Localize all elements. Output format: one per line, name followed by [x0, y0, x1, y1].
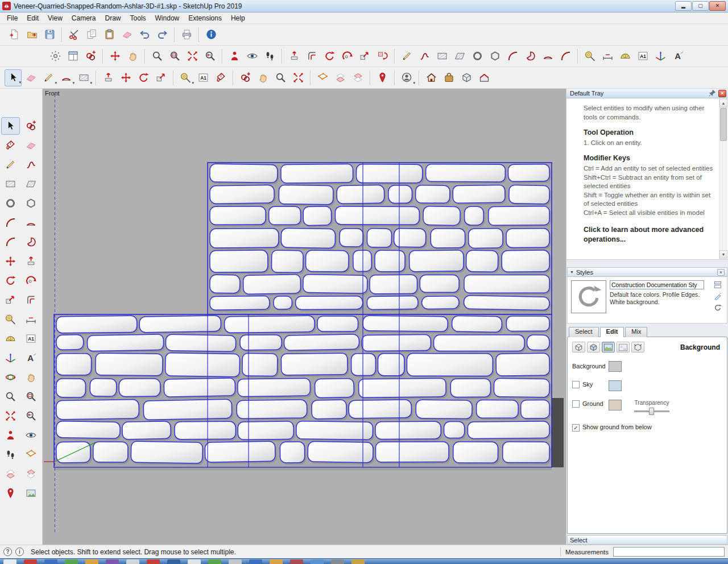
taskbar-app-icon[interactable] [290, 559, 303, 564]
taskbar-app-icon[interactable] [270, 559, 283, 564]
axes-tool-button[interactable] [1, 349, 20, 367]
style-tab-select[interactable]: Select [569, 327, 599, 337]
close-button[interactable]: ✕ [709, 1, 726, 11]
zoom-window-tool-button[interactable] [22, 388, 40, 405]
protractor-tool-button[interactable] [1, 330, 20, 347]
3d-text-tool-button[interactable]: A [669, 48, 686, 65]
taskbar-app-icon[interactable] [126, 559, 139, 564]
shop-tool-button[interactable] [475, 69, 493, 86]
line-tool-button[interactable]: ▾ [40, 69, 57, 86]
erase-tool-button[interactable] [118, 26, 135, 43]
follow-me-tool-button[interactable] [338, 48, 355, 65]
rotated-rectangle-tool-button[interactable] [22, 175, 40, 193]
taskbar-app-icon[interactable] [311, 559, 324, 564]
make-component-tool-button[interactable] [237, 69, 254, 86]
offset-tool-button[interactable] [303, 48, 320, 65]
rotated-rectangle-tool-button[interactable] [451, 48, 468, 65]
taskbar-app-icon[interactable] [188, 559, 201, 564]
show-ground-checkbox[interactable]: ✓ [572, 424, 580, 432]
sky-color-swatch[interactable] [609, 380, 622, 391]
new-file-tool-button[interactable] [6, 26, 23, 43]
arc-tool-button[interactable] [1, 214, 20, 231]
arcs-tool-button[interactable]: ▾ [57, 69, 75, 86]
trimble-connect-tool-button[interactable] [458, 69, 475, 86]
zoom-tool-button[interactable] [1, 388, 20, 405]
section-plane-tool-button[interactable] [314, 69, 331, 86]
menu-help[interactable]: Help [226, 13, 250, 23]
save-tool-button[interactable] [41, 26, 58, 43]
paint-bucket-tool-button[interactable] [1, 136, 20, 154]
line-tool-button[interactable] [1, 156, 20, 173]
eraser-tool-button[interactable] [22, 69, 39, 86]
make-component-tool-button[interactable] [22, 117, 40, 135]
2-point-arc-tool-button[interactable] [539, 48, 556, 65]
taskbar-app-icon[interactable] [3, 559, 16, 564]
position-camera-tool-button[interactable] [1, 426, 20, 444]
styles-section-header[interactable]: ▼ Styles × [567, 267, 727, 277]
style-name-input[interactable] [610, 280, 704, 289]
taskbar-app-icon[interactable] [85, 559, 98, 564]
zoom-previous-tool-button[interactable] [22, 407, 40, 425]
windows-taskbar[interactable] [0, 558, 728, 564]
face-settings-button[interactable] [587, 342, 600, 353]
advanced-operations-link[interactable]: Click to learn about more advanced opera… [584, 225, 713, 244]
move-tool-button[interactable] [106, 48, 123, 65]
select-section-header[interactable]: Select [567, 535, 727, 545]
tray-toggle-tool-button[interactable] [64, 48, 81, 65]
menu-window[interactable]: Window [151, 13, 184, 23]
scale-tool-button[interactable] [356, 48, 373, 65]
text-tool-button[interactable]: A1 [22, 330, 40, 347]
pie-tool-button[interactable] [22, 233, 40, 251]
stone-veneer-model[interactable] [43, 89, 566, 545]
rotate-tool-button[interactable] [135, 69, 152, 86]
move-tool-button[interactable] [1, 252, 20, 270]
dimension-tool-button[interactable] [22, 310, 40, 328]
measurements-input[interactable] [613, 547, 725, 557]
axes-tool-button[interactable] [652, 48, 669, 65]
pan-tool-button[interactable] [22, 368, 40, 386]
flip-tool-button[interactable] [374, 48, 391, 65]
pan-tool-button[interactable] [124, 48, 141, 65]
taskbar-app-icon[interactable] [147, 559, 160, 564]
3d-warehouse-tool-button[interactable] [423, 69, 440, 86]
menu-edit[interactable]: Edit [22, 13, 43, 23]
freehand-tool-button[interactable] [416, 48, 433, 65]
ground-color-swatch[interactable] [609, 400, 622, 410]
extension-warehouse-tool-button[interactable] [440, 69, 457, 86]
taskbar-app-icon[interactable] [249, 559, 262, 564]
zoom-extents-tool-button[interactable] [1, 407, 20, 425]
show-secondary-pane-icon[interactable] [714, 281, 722, 289]
3-point-arc-tool-button[interactable] [1, 233, 20, 251]
redo-tool-button[interactable] [154, 26, 171, 43]
3d-text-tool-button[interactable]: A [22, 349, 40, 367]
section-display-tool-button[interactable] [1, 465, 20, 483]
menu-camera[interactable]: Camera [67, 13, 101, 23]
watermark-settings-button[interactable] [617, 342, 630, 353]
walk-tool-button[interactable] [1, 446, 20, 463]
taskbar-app-icon[interactable] [24, 559, 37, 564]
taskbar-app-icon[interactable] [106, 559, 119, 564]
rotate-tool-button[interactable] [1, 272, 20, 289]
instructor-scrollbar[interactable]: ▲ ▼ [719, 99, 727, 259]
zoom-tool-button[interactable] [148, 48, 166, 65]
maximize-button[interactable]: ▢ [692, 1, 709, 11]
info-icon[interactable]: i [15, 548, 24, 556]
2-point-arc-tool-button[interactable] [22, 214, 40, 231]
text-tool-button[interactable]: A1 [634, 48, 651, 65]
update-style-icon[interactable] [714, 304, 722, 312]
protractor-tool-button[interactable] [617, 48, 634, 65]
pin-icon[interactable] [709, 89, 717, 97]
cut-tool-button[interactable] [65, 26, 82, 43]
match-photo-tool-button[interactable] [22, 484, 40, 502]
taskbar-app-icon[interactable] [65, 559, 78, 564]
create-style-icon[interactable] [714, 292, 722, 300]
push-pull-tool-button[interactable] [100, 69, 117, 86]
menu-draw[interactable]: Draw [101, 13, 126, 23]
background-settings-button[interactable] [602, 342, 615, 353]
polygon-tool-button[interactable] [22, 194, 40, 212]
select-tool-button[interactable] [1, 117, 20, 135]
help-icon[interactable]: ? [3, 548, 12, 556]
orbit-tool-button[interactable] [1, 368, 20, 386]
dimension-tool-button[interactable] [599, 48, 616, 65]
rectangle-tool-button[interactable] [433, 48, 450, 65]
